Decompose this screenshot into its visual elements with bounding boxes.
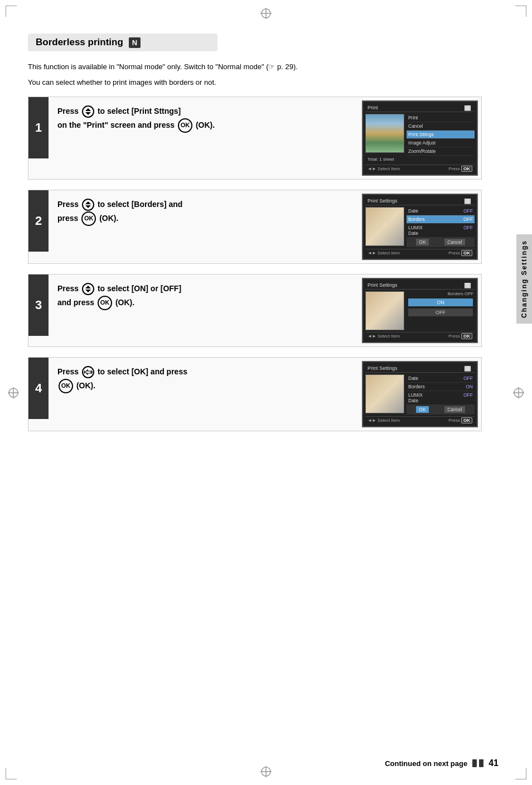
step-1-text-after-icon2: (OK). <box>196 121 215 129</box>
reg-mark-bottom <box>259 765 273 778</box>
step-2-menu-date: DateOFF <box>407 207 475 215</box>
step-2-screen-title: Print Settings <box>367 198 398 204</box>
step-4-text-before-icon1: Press <box>57 367 81 376</box>
step-4-instruction-text: Press to select [OK] and press OK (OK). <box>57 365 187 393</box>
step-2-instruction: Press to select [Borders] andpress OK (O… <box>49 190 359 234</box>
step-1-screen-mockup: Print ▐█▌ Print Cancel Print Sttings <box>362 100 478 176</box>
step-2-image <box>365 207 404 246</box>
step-2-up-down-icon <box>82 199 94 211</box>
step-3-number: 3 <box>28 274 49 336</box>
svg-marker-19 <box>84 370 85 374</box>
step-4-footer-right: Press OK <box>448 418 472 423</box>
step-4-menu-borders: BordersON <box>407 383 475 391</box>
step-3-menu: Borders OFF ON OFF <box>407 291 475 330</box>
step-1-menu-cancel: Cancel <box>407 122 475 131</box>
title-section: Borderless printing N <box>28 33 217 51</box>
reg-mark-left <box>7 386 20 399</box>
step-1-number: 1 <box>28 97 49 158</box>
step-3-text-before-icon1: Press <box>57 284 81 293</box>
step-2-screen-body: DateOFF BordersOFF LUMIXDateOFF OK <box>365 207 475 247</box>
step-3-screen: Print Settings ▐█▌ Borders OFF ON <box>359 274 481 346</box>
main-content: Borderless printing N This function is a… <box>28 33 499 431</box>
step-2-ok-badge: OK <box>461 250 472 256</box>
corner-mark-bl <box>6 768 17 779</box>
step-1-text-before-icon1: Press <box>57 107 81 115</box>
step-1-footer-right: Press OK <box>448 166 472 171</box>
step-3-screen-title: Print Settings <box>367 282 398 288</box>
svg-marker-13 <box>85 112 91 115</box>
step-2-row: 2 Press to select [Borders] andpress OK … <box>28 190 482 264</box>
step-4-text-after-icon2: (OK). <box>76 381 95 390</box>
step-3-off-option: OFF <box>408 309 473 316</box>
step-2-menu: DateOFF BordersOFF LUMIXDateOFF OK <box>407 207 475 247</box>
step-1-screen-total: Total: 1 sheet <box>365 156 475 163</box>
step-1-menu-zoom-rotate: Zoom/Rotate <box>407 147 475 156</box>
step-4-screen-header: Print Settings ▐█▌ <box>365 364 475 373</box>
svg-marker-18 <box>85 370 91 374</box>
reg-mark-top <box>259 7 273 20</box>
step-3-image <box>365 291 404 330</box>
step-1-menu: Print Cancel Print Sttings Image Adjust … <box>407 114 475 156</box>
step-1-screen-header: Print ▐█▌ <box>365 104 475 112</box>
step-4-menu-lumix-date: LUMIXDateOFF <box>407 391 475 405</box>
description-2: You can select whether to print images w… <box>28 77 482 88</box>
step-2-screen: Print Settings ▐█▌ DateOFF <box>359 190 481 263</box>
step-2-text-after-icon2: (OK). <box>99 214 118 223</box>
step-1-image <box>365 114 404 153</box>
step-4-menu-ok-cancel: OK Cancel <box>407 405 475 415</box>
step-2-screen-footer: ◄► Select Item Press OK <box>365 249 475 257</box>
step-4-image <box>365 374 404 413</box>
step-1-screen-body: Print Cancel Print Sttings Image Adjust … <box>365 114 475 156</box>
step-4-menu: DateOFF BordersON LUMIXDateOFF OK <box>407 374 475 415</box>
title-badge: N <box>129 37 141 48</box>
svg-marker-16 <box>85 286 91 288</box>
svg-marker-20 <box>91 370 93 374</box>
bottom-area: Continued on next page 41 <box>385 758 499 768</box>
svg-marker-12 <box>85 108 91 111</box>
step-3-screen-header: Print Settings ▐█▌ <box>365 281 475 290</box>
step-3-ok-badge: OK <box>461 333 472 339</box>
step-4-ok-badge: OK <box>461 417 472 423</box>
svg-marker-14 <box>85 201 91 204</box>
step-3-text-after-icon2: (OK). <box>115 298 134 307</box>
step-1-footer-left: ◄► Select Item <box>367 166 400 171</box>
step-1-screen-title: Print <box>367 105 378 110</box>
step-3-on-off-section: ON OFF <box>407 296 475 319</box>
svg-rect-22 <box>479 759 483 767</box>
step-1-instruction-text: Press to select [Print Sttngs]on the "Pr… <box>57 105 215 133</box>
step-3-screen-mockup: Print Settings ▐█▌ Borders OFF ON <box>362 278 478 343</box>
step-2-screen-header: Print Settings ▐█▌ <box>365 197 475 205</box>
step-2-menu-ok-cancel: OK Cancel <box>407 238 475 247</box>
step-4-instruction: Press to select [OK] and press OK (OK). <box>49 358 359 401</box>
corner-mark-tl <box>6 6 17 17</box>
reg-mark-right <box>512 386 525 399</box>
step-4-number: 4 <box>28 358 49 419</box>
step-4-ok-icon: OK <box>59 379 73 393</box>
svg-marker-17 <box>85 290 91 292</box>
step-1-ok-badge: OK <box>461 166 472 172</box>
sidebar-tab-changing-settings: Changing Settings <box>516 234 532 324</box>
step-3-ok-icon: OK <box>98 296 112 310</box>
step-1-screen: Print ▐█▌ Print Cancel Print Sttings <box>359 97 481 179</box>
step-4-menu-date: DateOFF <box>407 374 475 383</box>
step-1-menu-print-sttngs: Print Sttings <box>407 131 475 139</box>
step-2-ok-icon: OK <box>81 211 96 226</box>
description-1: This function is available in "Normal mo… <box>28 61 482 73</box>
step-4-row: 4 Press to select [OK] and press OK (OK)… <box>28 357 482 431</box>
step-2-menu-borders: BordersOFF <box>407 215 475 224</box>
step-4-screen: Print Settings ▐█▌ DateOFF <box>359 358 481 431</box>
step-1-ok-icon: OK <box>178 118 192 133</box>
step-3-footer-left: ◄► Select Item <box>367 334 400 339</box>
step-3-on-option: ON <box>408 298 473 306</box>
step-2-footer-right: Press OK <box>448 251 472 256</box>
step-1-up-down-icon <box>82 105 94 118</box>
step-4-battery-icon: ▐█▌ <box>463 366 472 371</box>
step-4-screen-body: DateOFF BordersON LUMIXDateOFF OK <box>365 374 475 415</box>
continued-icon <box>472 759 484 768</box>
step-3-battery-icon: ▐█▌ <box>463 283 472 288</box>
step-1-screen-footer: ◄► Select Item Press OK <box>365 165 475 172</box>
svg-marker-15 <box>85 205 91 208</box>
step-2-menu-lumix-date: LUMIXDateOFF <box>407 224 475 238</box>
step-1-menu-print: Print <box>407 114 475 122</box>
step-1-instruction: Press to select [Print Sttngs]on the "Pr… <box>49 97 359 141</box>
